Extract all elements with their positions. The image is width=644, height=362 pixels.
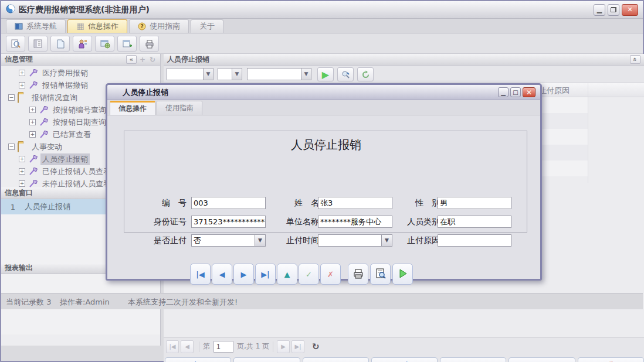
expand-node-icon[interactable]: + <box>29 119 36 125</box>
stop-time-field[interactable]: ▼ <box>318 234 392 247</box>
expand-node-icon[interactable]: + <box>29 107 36 113</box>
form-view-button[interactable] <box>28 36 48 52</box>
expand-node-icon[interactable]: + <box>19 82 25 88</box>
stop-pay-field[interactable]: 否▼ <box>191 234 266 247</box>
document-button[interactable] <box>50 36 70 52</box>
grid-row[interactable] <box>538 129 588 145</box>
printer-button[interactable] <box>140 36 159 52</box>
dialog-record-nav: |◀◀▶▶|▲✓✗ <box>124 264 528 289</box>
expand-node-icon[interactable]: + <box>19 156 25 162</box>
next-page-button[interactable]: ▶ <box>277 340 290 353</box>
next-icon: ▶ <box>241 270 247 279</box>
tree-item-label: 人事变动 <box>30 141 64 153</box>
prev-page-button[interactable]: ◀ <box>181 340 194 353</box>
dialog-tab-使用指南[interactable]: 使用指南 <box>157 101 202 115</box>
chevron-down-icon[interactable]: ▼ <box>381 235 392 246</box>
tab-信息操作[interactable]: 信息操作 <box>67 19 127 33</box>
prev-record-button[interactable]: ◀ <box>233 357 300 362</box>
grid-row[interactable] <box>538 113 588 129</box>
next-record-button[interactable]: ▶ <box>303 357 369 362</box>
preview-button[interactable] <box>370 264 391 285</box>
collapse-sidebar-button[interactable]: « <box>126 55 137 64</box>
info-management-title: 信息管理 <box>5 54 33 64</box>
cancel-icon: ✗ <box>327 270 334 279</box>
expand-node-icon[interactable]: + <box>19 70 25 76</box>
staff-type-label: 人员类别 <box>392 216 440 228</box>
name-field[interactable]: 张3 <box>318 197 392 209</box>
first-record-button[interactable]: |◀ <box>190 264 211 285</box>
edit-search-button[interactable] <box>337 67 354 81</box>
last-page-button[interactable]: ▶| <box>292 340 304 353</box>
user-button[interactable] <box>73 36 92 52</box>
tab-使用指南[interactable]: ?使用指南 <box>129 19 189 33</box>
prev-record-button[interactable]: ◀ <box>212 264 232 285</box>
run-icon <box>398 268 408 281</box>
collapse-node-icon[interactable]: − <box>8 144 15 150</box>
id-card-field[interactable]: 371523************ <box>191 216 266 228</box>
filter-combo-2[interactable]: ▼ <box>218 68 242 80</box>
new-window-button[interactable] <box>117 36 137 52</box>
add-icon[interactable]: + <box>138 56 147 64</box>
tab-label: 系统导航 <box>26 21 57 32</box>
gender-field[interactable]: 男 <box>438 197 511 209</box>
tab-关于[interactable]: 关于 <box>191 19 223 33</box>
main-tab-strip: 系统导航信息操作?使用指南关于 <box>1 19 643 33</box>
dialog-maximize-button[interactable]: □ <box>510 87 521 97</box>
last-record-button[interactable]: ▶| <box>255 264 276 285</box>
print-button[interactable] <box>348 264 368 285</box>
grid-row[interactable] <box>538 145 588 160</box>
title-bar: 医疗费用报销管理系统(非注册用户) ▁ ✕ <box>1 1 643 19</box>
minimize-button[interactable]: ▁ <box>594 4 605 16</box>
play-icon: ▶ <box>322 69 329 80</box>
expand-node-icon[interactable]: + <box>29 131 36 138</box>
cancel-record-button[interactable]: ✗ <box>578 357 644 362</box>
up-record-button[interactable]: ▲ <box>440 357 506 362</box>
close-button[interactable]: ✕ <box>622 4 638 16</box>
unit-name-field[interactable]: ********服务中心 <box>318 216 392 228</box>
stop-reason-field[interactable] <box>438 234 511 247</box>
dialog-close-button[interactable]: ✕ <box>523 87 535 97</box>
window-view-button[interactable] <box>95 36 114 52</box>
first-page-button[interactable]: |◀ <box>166 340 179 353</box>
first-record-button[interactable]: |◀ <box>165 357 231 362</box>
page-number-input[interactable] <box>213 341 233 353</box>
next-record-button[interactable]: ▶ <box>233 264 254 285</box>
navigation-icon <box>15 22 23 30</box>
prev-icon: ◀ <box>219 270 225 279</box>
cancel-record-button[interactable]: ✗ <box>320 264 341 285</box>
accept-record-button[interactable]: ✓ <box>299 264 319 285</box>
restore-button[interactable] <box>608 4 619 16</box>
dialog-minimize-button[interactable]: ▁ <box>498 87 509 97</box>
last-record-button[interactable]: ▶| <box>371 357 438 362</box>
refresh-button[interactable] <box>357 67 374 81</box>
dialog-title-bar[interactable]: 人员停止报销 ▁ □ ✕ <box>107 85 540 100</box>
tab-系统导航[interactable]: 系统导航 <box>6 19 66 33</box>
grid-row[interactable] <box>538 97 588 113</box>
staff-type-field[interactable]: 在职 <box>438 216 511 228</box>
refresh-grid-icon[interactable]: ↻ <box>312 341 320 352</box>
refresh-icon[interactable]: ↻ <box>148 56 157 64</box>
accept-record-button[interactable]: ✓ <box>509 357 575 362</box>
last-icon: ▶| <box>401 360 408 362</box>
dialog-tab-信息操作[interactable]: 信息操作 <box>110 101 155 115</box>
up-record-button[interactable]: ▲ <box>277 264 297 285</box>
expand-node-icon[interactable]: + <box>19 168 25 175</box>
expand-node-icon[interactable]: + <box>19 180 25 187</box>
search-button[interactable] <box>6 36 25 52</box>
chevron-down-icon[interactable]: ▼ <box>255 235 265 246</box>
grid-row[interactable] <box>538 160 588 176</box>
run-button[interactable] <box>392 264 413 285</box>
folder-open-icon <box>18 94 27 102</box>
chevron-down-icon: ▼ <box>232 69 242 80</box>
dialog-title: 人员停止报销 <box>123 87 168 98</box>
grid-column-header[interactable]: 止付原因 <box>539 86 570 96</box>
tree-item-医疗费用报销[interactable]: +医疗费用报销 <box>1 67 160 79</box>
filter-combo-1[interactable]: ▼ <box>167 68 213 80</box>
next-icon: ▶ <box>333 360 338 362</box>
filter-combo-3[interactable]: ▼ <box>247 68 311 80</box>
info-window-title: 信息窗口 <box>5 188 33 198</box>
panel-collapse-button[interactable]: « <box>630 55 640 64</box>
staff-id-field[interactable]: 003 <box>191 197 266 209</box>
collapse-node-icon[interactable]: − <box>8 94 15 101</box>
run-query-button[interactable]: ▶ <box>317 67 334 81</box>
